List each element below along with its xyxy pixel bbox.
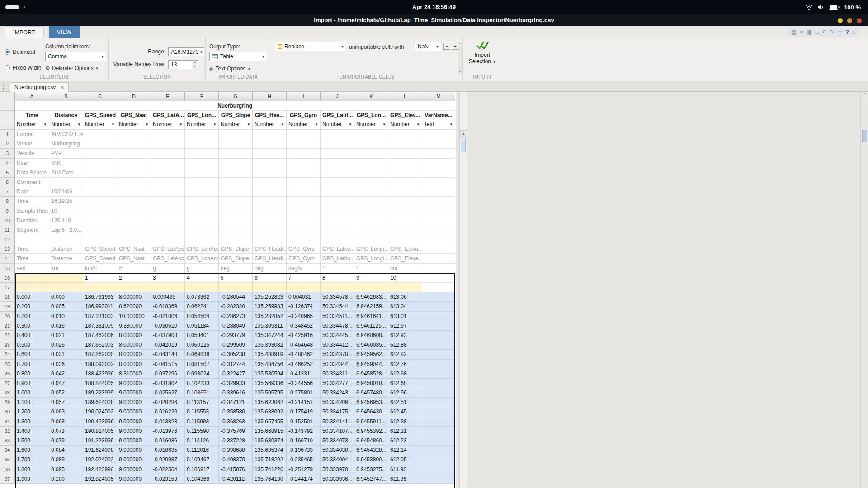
cell[interactable]: 50.334378... xyxy=(321,350,354,359)
cell[interactable]: 50.334445... xyxy=(321,331,354,340)
cell[interactable] xyxy=(117,187,151,197)
cell[interactable]: -0.152501 xyxy=(287,417,321,427)
cell[interactable]: Nürburgring xyxy=(49,139,83,149)
cell[interactable]: -0.042019 xyxy=(151,340,185,350)
cell[interactable]: 10 xyxy=(388,273,422,283)
cell[interactable]: AIM CSV File xyxy=(49,130,83,139)
cell[interactable] xyxy=(151,168,185,178)
cell[interactable] xyxy=(83,168,117,178)
cell[interactable]: -0.016220 xyxy=(151,407,185,417)
cell[interactable]: -0.348452 xyxy=(287,321,321,331)
cell[interactable] xyxy=(219,225,253,235)
cell[interactable]: 190.423996 xyxy=(83,417,117,427)
cell[interactable]: -0.322427 xyxy=(219,369,253,379)
cell[interactable]: 135.741226 xyxy=(253,465,287,474)
cell[interactable] xyxy=(49,273,83,283)
cell[interactable]: 6.9454860... xyxy=(354,436,388,446)
cell[interactable]: 6.9460085... xyxy=(354,340,388,350)
column-header[interactable]: I xyxy=(287,92,321,101)
cell[interactable]: 0.200 xyxy=(15,312,49,321)
cell[interactable]: 0.700 xyxy=(15,360,49,369)
column-header[interactable]: K xyxy=(354,92,388,101)
cell[interactable]: Data Source xyxy=(15,168,49,178)
cell[interactable] xyxy=(422,321,455,331)
cell[interactable] xyxy=(287,149,321,158)
row-header[interactable]: 16 xyxy=(0,273,15,283)
cell[interactable]: Date xyxy=(15,187,49,197)
variable-name-cell[interactable]: GPS_Speed xyxy=(83,111,117,120)
cell[interactable] xyxy=(388,149,422,158)
cell[interactable] xyxy=(287,159,321,168)
cell[interactable]: 189.624008 xyxy=(83,398,117,407)
cell[interactable]: km xyxy=(49,264,83,273)
cell[interactable]: 9.000000 xyxy=(117,417,151,427)
cell[interactable]: GPS_Eleva... xyxy=(388,254,422,263)
cell[interactable] xyxy=(422,168,455,178)
column-delimiters-dropdown[interactable]: Comma▼ xyxy=(45,52,106,61)
cell[interactable]: 0.095 xyxy=(49,465,83,474)
cell[interactable]: 1.800 xyxy=(15,465,49,474)
cell[interactable]: Segment xyxy=(15,225,49,235)
cell[interactable]: 188.824005 xyxy=(83,379,117,388)
cell[interactable]: 6.9459562... xyxy=(354,350,388,359)
cell[interactable]: 0.042 xyxy=(49,369,83,379)
cell[interactable]: deg xyxy=(253,264,287,273)
cell[interactable]: -0.312744 xyxy=(219,360,253,369)
cell[interactable] xyxy=(151,283,185,292)
row-header[interactable]: 5 xyxy=(0,168,15,178)
cell[interactable]: 0.053401 xyxy=(185,331,219,340)
cell[interactable]: -0.016086 xyxy=(151,436,185,446)
cell[interactable] xyxy=(219,178,253,187)
cell[interactable]: 6.9462159... xyxy=(354,302,388,311)
cell[interactable]: 0.021 xyxy=(49,331,83,340)
row-header[interactable]: 1 xyxy=(0,130,15,139)
cell[interactable] xyxy=(354,178,388,187)
cell[interactable] xyxy=(117,139,151,149)
variable-name-cell[interactable]: GPS_Nsat xyxy=(117,111,151,120)
cell[interactable]: GPS_LonAcc xyxy=(185,244,219,254)
print-icon[interactable]: ▭ xyxy=(837,28,842,37)
row-header[interactable]: 32 xyxy=(0,427,15,436)
row-header[interactable]: 4 xyxy=(0,159,15,168)
cell[interactable]: Comment xyxy=(15,178,49,187)
cell[interactable]: 135.595795 xyxy=(253,388,287,398)
cell[interactable]: 1.500 xyxy=(15,436,49,446)
replace-rule-dropdown[interactable]: Replace▼ xyxy=(275,42,346,51)
cell[interactable]: 0.115598 xyxy=(185,427,219,436)
row-header[interactable]: 21 xyxy=(0,321,15,331)
cell[interactable]: 2 xyxy=(117,273,151,283)
cell[interactable] xyxy=(219,283,253,292)
cell[interactable]: -0.240965 xyxy=(287,312,321,321)
variable-name-cell[interactable]: Time xyxy=(15,111,49,120)
cell[interactable]: 0.031 xyxy=(49,350,83,359)
column-type-dropdown[interactable]: Number▼ xyxy=(185,120,219,130)
cell[interactable]: Time xyxy=(15,254,49,263)
cell[interactable]: -0.339616 xyxy=(219,388,253,398)
cell[interactable]: -0.013823 xyxy=(151,417,185,427)
cell[interactable]: 10/21/06 xyxy=(49,187,83,197)
cell[interactable]: cm xyxy=(388,264,422,273)
cell[interactable] xyxy=(422,264,455,273)
cell[interactable]: 9.000000 xyxy=(117,388,151,398)
column-type-dropdown[interactable]: Number▼ xyxy=(15,120,49,130)
column-type-dropdown[interactable]: Text▼ xyxy=(422,120,455,130)
cell[interactable] xyxy=(151,225,185,235)
row-header[interactable]: 37 xyxy=(0,474,15,484)
column-header[interactable]: B xyxy=(49,92,83,101)
cell[interactable] xyxy=(83,149,117,158)
column-header[interactable]: F xyxy=(185,92,219,101)
cell[interactable]: 0.004031 xyxy=(287,292,321,302)
cell[interactable]: 186.993011 xyxy=(83,302,117,311)
cell[interactable]: 10 xyxy=(49,206,83,216)
cell[interactable]: 1.000 xyxy=(15,388,49,398)
cell[interactable]: 0.089 xyxy=(49,455,83,465)
cell[interactable]: 612.05 xyxy=(388,455,422,465)
cell[interactable]: -0.214151 xyxy=(287,398,321,407)
cell[interactable]: 611.86 xyxy=(388,474,422,484)
cell[interactable] xyxy=(219,197,253,206)
cell[interactable] xyxy=(388,235,422,244)
cell[interactable] xyxy=(253,178,287,187)
cell[interactable]: 0.109467 xyxy=(185,455,219,465)
cell[interactable]: 187.862000 xyxy=(83,350,117,359)
cell[interactable]: 0.060125 xyxy=(185,340,219,350)
